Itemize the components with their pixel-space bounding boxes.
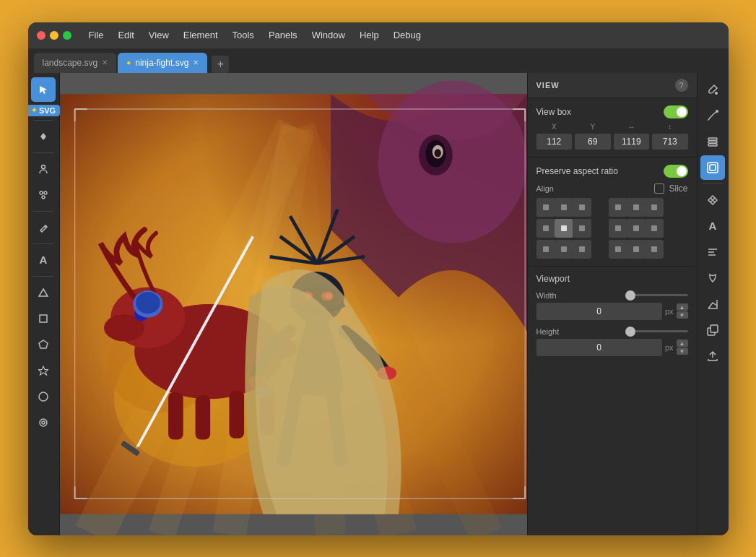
- viewbox-grid: X Y ↔ ↕: [536, 123, 688, 150]
- star-tool[interactable]: [31, 358, 56, 383]
- viewbox-y-input[interactable]: [575, 134, 611, 150]
- aspect-ratio-section: Preserve aspect ratio Align Slice: [528, 157, 697, 267]
- layers-panel-tool[interactable]: [700, 129, 725, 154]
- align-btn-tr[interactable]: [573, 198, 591, 217]
- view-panel-tool[interactable]: [700, 155, 725, 180]
- svg-point-5: [42, 196, 45, 199]
- align-btn-mr2[interactable]: [609, 219, 627, 238]
- align-btn-bc2[interactable]: [627, 240, 646, 259]
- width-step-up[interactable]: ▲: [677, 303, 688, 311]
- svg-rect-66: [710, 165, 716, 170]
- main-content: ✦ SVG: [28, 73, 729, 535]
- canvas-area[interactable]: ✦: [60, 73, 527, 535]
- tabs-bar: landscape.svg ✕ ● ninja-fight.svg ✕ +: [28, 48, 729, 73]
- height-step-up[interactable]: ▲: [677, 340, 688, 347]
- slice-checkbox[interactable]: [654, 183, 664, 194]
- tab-landscape-label: landscape.svg: [43, 58, 98, 68]
- spacer7: [591, 240, 595, 259]
- separator-4: [33, 243, 53, 244]
- align-btn-mr[interactable]: [573, 219, 591, 238]
- tab-landscape-close[interactable]: ✕: [102, 59, 108, 66]
- align-btn-br[interactable]: [573, 240, 591, 259]
- width-slider[interactable]: [630, 294, 688, 296]
- aspect-ratio-toggle[interactable]: [664, 165, 688, 178]
- align-btn-bl[interactable]: [536, 240, 555, 259]
- svg-marker-1: [40, 133, 46, 140]
- svg-point-3: [40, 191, 43, 194]
- viewport-width-input[interactable]: [536, 303, 662, 320]
- width-px-label: px: [665, 307, 674, 316]
- align-btn-br2[interactable]: [609, 240, 627, 259]
- text-panel-tool[interactable]: A: [700, 214, 725, 238]
- mask-panel-tool[interactable]: [700, 266, 725, 290]
- person-tool[interactable]: [31, 157, 56, 181]
- height-slider[interactable]: [630, 330, 688, 332]
- clone-panel-tool[interactable]: [700, 318, 725, 342]
- menu-panels[interactable]: Panels: [263, 28, 303, 42]
- viewport-height-input[interactable]: [536, 339, 662, 356]
- close-button[interactable]: [37, 31, 45, 40]
- svg-rect-37: [229, 391, 244, 439]
- menu-element[interactable]: Element: [178, 28, 224, 42]
- menu-file[interactable]: File: [83, 28, 110, 42]
- triangle-tool[interactable]: [31, 280, 56, 305]
- text-tool[interactable]: A: [31, 248, 56, 272]
- align-btn-mc[interactable]: [555, 219, 573, 238]
- align-panel-tool[interactable]: [700, 240, 725, 264]
- path-panel-tool[interactable]: [700, 292, 725, 316]
- align-btn-bl2[interactable]: [645, 240, 664, 259]
- menu-edit[interactable]: Edit: [112, 28, 139, 42]
- width-step-down[interactable]: ▼: [677, 311, 688, 319]
- svg-badge[interactable]: ✦ SVG: [28, 105, 61, 116]
- group-tool[interactable]: [31, 183, 56, 207]
- tab-add-button[interactable]: +: [212, 56, 229, 73]
- align-btn-tc2[interactable]: [627, 198, 646, 217]
- align-btn-tc[interactable]: [555, 198, 573, 217]
- spiral-tool[interactable]: [31, 410, 56, 435]
- width-input-row: px ▲ ▼: [536, 303, 688, 320]
- minimize-button[interactable]: [50, 31, 58, 40]
- viewbox-header-row: View box: [536, 105, 688, 118]
- menu-view[interactable]: View: [143, 28, 175, 42]
- align-btn-ml[interactable]: [536, 219, 555, 238]
- transform-panel-tool[interactable]: [700, 188, 725, 212]
- align-btn-mc2[interactable]: [627, 219, 646, 238]
- export-panel-tool[interactable]: [700, 344, 725, 368]
- tab-ninja[interactable]: ● ninja-fight.svg ✕: [118, 53, 207, 73]
- viewbox-h-input[interactable]: [652, 134, 688, 150]
- height-step-down[interactable]: ▼: [677, 347, 688, 355]
- tab-ninja-close[interactable]: ✕: [193, 59, 199, 66]
- rect-tool[interactable]: [31, 306, 56, 331]
- panel-help-button[interactable]: ?: [675, 79, 688, 92]
- viewport-width-label-row: Width: [536, 291, 688, 300]
- viewbox-toggle[interactable]: [664, 105, 688, 118]
- align-btn-tl[interactable]: [536, 198, 555, 217]
- align-section: Align Slice: [536, 183, 688, 259]
- svg-badge-label: SVG: [39, 106, 56, 115]
- menu-tools[interactable]: Tools: [227, 28, 260, 42]
- pen-stroke-tool[interactable]: [700, 103, 725, 128]
- tab-landscape[interactable]: landscape.svg ✕: [34, 53, 117, 73]
- align-btn-bc[interactable]: [555, 240, 573, 259]
- menu-help[interactable]: Help: [354, 28, 385, 42]
- viewbox-x-input[interactable]: [536, 134, 573, 150]
- svg-rect-64: [708, 144, 717, 146]
- align-btn-tr2[interactable]: [609, 198, 627, 217]
- node-tool[interactable]: [31, 124, 56, 149]
- ellipse-tool[interactable]: [31, 384, 56, 409]
- height-label: Height: [536, 327, 560, 336]
- maximize-button[interactable]: [63, 31, 71, 40]
- polygon-tool[interactable]: [31, 332, 56, 357]
- align-btn-tl2[interactable]: [645, 198, 664, 217]
- height-stepper: ▲ ▼: [677, 340, 688, 355]
- menu-debug[interactable]: Debug: [388, 28, 427, 42]
- pen-tool[interactable]: [31, 215, 56, 240]
- svg-rect-65: [708, 163, 718, 173]
- menu-window[interactable]: Window: [306, 28, 351, 42]
- viewbox-w-input[interactable]: [614, 134, 650, 150]
- align-btn-ml2[interactable]: [645, 219, 664, 238]
- cursor-tool[interactable]: [31, 77, 56, 102]
- svg-point-12: [42, 421, 45, 424]
- paint-bucket-tool[interactable]: [700, 77, 725, 102]
- svg-point-2: [42, 165, 45, 168]
